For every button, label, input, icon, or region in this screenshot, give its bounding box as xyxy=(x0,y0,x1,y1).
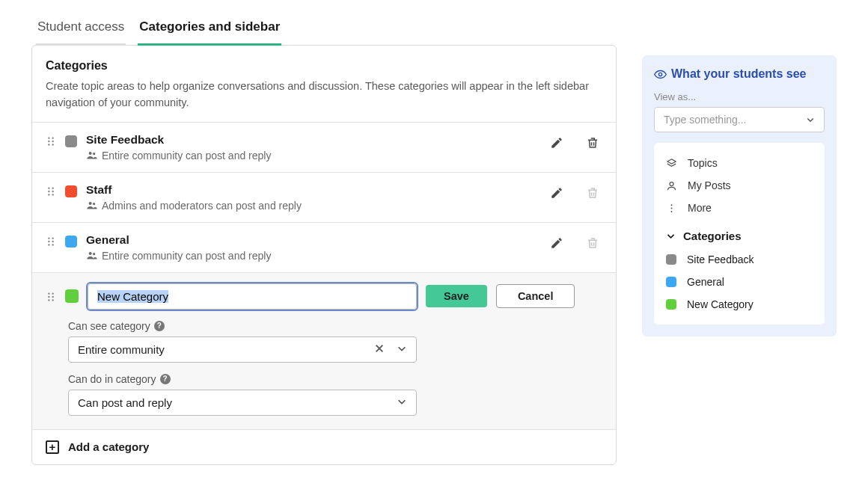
svg-point-8 xyxy=(48,187,49,188)
svg-point-12 xyxy=(48,194,49,195)
svg-point-1 xyxy=(52,137,53,138)
chevron-down-icon xyxy=(397,396,407,409)
can-do-label: Can do in category ? xyxy=(68,373,602,385)
preview-title: What your students see xyxy=(654,67,825,81)
trash-icon xyxy=(586,136,599,150)
svg-point-14 xyxy=(89,202,92,205)
svg-point-25 xyxy=(52,292,53,294)
preview-category-name: New Category xyxy=(687,298,754,310)
svg-point-15 xyxy=(93,203,95,205)
svg-point-27 xyxy=(52,295,53,297)
svg-point-18 xyxy=(48,240,49,242)
category-name: General xyxy=(86,233,538,247)
edit-button[interactable] xyxy=(547,233,566,255)
tabs: Student access Categories and sidebar xyxy=(31,13,617,46)
svg-point-28 xyxy=(48,299,49,301)
category-row-editing: Save Cancel Can see category ? Entire co… xyxy=(32,272,616,429)
delete-button[interactable] xyxy=(583,133,602,155)
pencil-icon xyxy=(550,236,563,250)
can-do-select[interactable]: Can post and reply xyxy=(68,390,417,416)
svg-point-24 xyxy=(48,292,49,294)
delete-button xyxy=(583,183,602,205)
preview-categories-header[interactable]: Categories xyxy=(664,222,814,248)
student-preview-panel: What your students see View as... Type s… xyxy=(642,55,837,336)
add-category-button[interactable]: + Add a category xyxy=(32,429,616,464)
plus-icon: + xyxy=(46,440,59,454)
svg-point-23 xyxy=(93,253,95,255)
drag-handle-icon[interactable] xyxy=(46,136,56,149)
category-name-input[interactable] xyxy=(88,283,417,310)
color-swatch[interactable] xyxy=(65,289,79,303)
can-see-select[interactable]: Entire community xyxy=(68,336,417,363)
svg-point-6 xyxy=(89,152,92,155)
color-swatch xyxy=(666,277,676,287)
category-name: Staff xyxy=(86,183,538,197)
color-swatch xyxy=(65,236,77,248)
svg-point-20 xyxy=(48,244,49,245)
clear-icon[interactable] xyxy=(374,343,385,356)
category-row: Staff Admins and moderators can post and… xyxy=(32,172,616,222)
drag-handle-icon[interactable] xyxy=(46,236,56,249)
preview-nav-more[interactable]: More xyxy=(664,197,814,219)
svg-point-22 xyxy=(89,252,92,255)
preview-category-name: Site Feedback xyxy=(687,253,754,265)
drag-handle-icon[interactable] xyxy=(46,186,56,199)
layers-icon xyxy=(666,158,677,169)
help-icon[interactable]: ? xyxy=(160,374,171,384)
preview-category-item[interactable]: New Category xyxy=(664,293,814,316)
group-icon xyxy=(86,250,97,261)
svg-point-5 xyxy=(52,144,53,145)
delete-button xyxy=(583,233,602,255)
can-see-label: Can see category ? xyxy=(68,320,602,332)
chevron-down-icon xyxy=(806,115,815,124)
category-row: Site Feedback Entire community can post … xyxy=(32,122,616,172)
color-swatch xyxy=(666,299,676,310)
svg-point-9 xyxy=(52,187,53,188)
trash-icon xyxy=(586,186,599,200)
save-button[interactable]: Save xyxy=(426,285,487,307)
card-title: Categories xyxy=(46,59,602,73)
svg-point-17 xyxy=(52,237,53,239)
svg-point-32 xyxy=(671,204,673,206)
card-desc: Create topic areas to help organize conv… xyxy=(46,79,602,111)
svg-point-3 xyxy=(52,140,53,141)
category-name: Site Feedback xyxy=(86,133,538,147)
category-permission: Admins and moderators can post and reply xyxy=(86,200,538,212)
chevron-down-icon xyxy=(666,231,676,241)
edit-button[interactable] xyxy=(547,133,566,155)
preview-category-item[interactable]: Site Feedback xyxy=(664,248,814,271)
trash-icon xyxy=(586,236,599,250)
category-permission: Entire community can post and reply xyxy=(86,250,538,262)
view-as-select[interactable]: Type something... xyxy=(654,107,825,132)
more-icon xyxy=(666,203,677,214)
preview-category-item[interactable]: General xyxy=(664,271,814,293)
group-icon xyxy=(86,150,97,161)
svg-point-34 xyxy=(671,210,673,212)
drag-handle-icon[interactable] xyxy=(46,292,56,304)
cancel-button[interactable]: Cancel xyxy=(496,284,575,308)
eye-icon xyxy=(654,68,667,81)
svg-point-19 xyxy=(52,240,53,242)
tab-categories-sidebar[interactable]: Categories and sidebar xyxy=(138,13,281,46)
svg-point-30 xyxy=(658,73,661,76)
svg-point-0 xyxy=(48,137,49,138)
preview-nav-topics[interactable]: Topics xyxy=(664,152,814,174)
help-icon[interactable]: ? xyxy=(154,321,165,331)
svg-point-4 xyxy=(48,144,49,145)
chevron-down-icon xyxy=(397,343,407,356)
svg-point-10 xyxy=(48,190,49,191)
svg-point-29 xyxy=(52,299,53,301)
categories-card: Categories Create topic areas to help or… xyxy=(31,45,617,465)
view-as-label: View as... xyxy=(654,91,825,102)
pencil-icon xyxy=(550,136,563,150)
pencil-icon xyxy=(550,186,563,200)
svg-point-33 xyxy=(671,207,673,209)
preview-nav-my-posts[interactable]: My Posts xyxy=(664,174,814,197)
edit-button[interactable] xyxy=(547,183,566,205)
add-category-label: Add a category xyxy=(68,440,149,453)
group-icon xyxy=(86,200,97,211)
color-swatch xyxy=(65,135,77,147)
color-swatch xyxy=(666,254,676,265)
tab-student-access[interactable]: Student access xyxy=(36,13,126,46)
svg-point-13 xyxy=(52,194,53,195)
